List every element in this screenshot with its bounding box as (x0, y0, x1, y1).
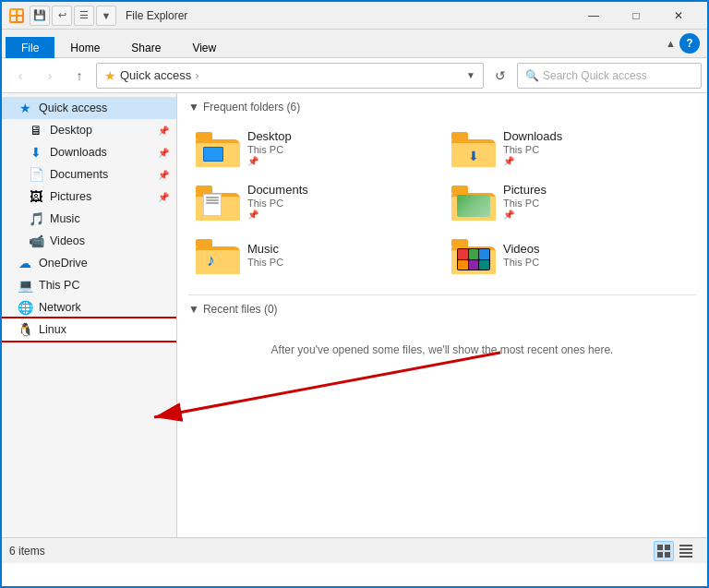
large-icons-view-button[interactable] (654, 541, 674, 561)
folder-name-desktop: Desktop (247, 129, 292, 143)
folder-thumb-pictures (451, 182, 496, 221)
downloads-icon: ⬇ (28, 145, 44, 160)
folder-grid: Desktop This PC 📌 ⬇ Downloads (188, 123, 696, 280)
folder-thumb-desktop (196, 128, 240, 167)
back-button[interactable]: ‹ (7, 63, 33, 89)
sidebar-item-linux[interactable]: 🐧 Linux (2, 318, 176, 341)
linux-icon: 🐧 (17, 322, 33, 337)
frequent-folders-title: Frequent folders (6) (203, 101, 300, 114)
folder-sub-pictures: This PC (503, 198, 547, 209)
quick-access-star-icon: ★ (104, 68, 116, 83)
tab-view[interactable]: View (176, 37, 232, 58)
sidebar: ★ Quick access 🖥 Desktop 📌 ⬇ Downloads 📌… (2, 93, 177, 537)
pin-icon-folder-desktop: 📌 (247, 156, 292, 166)
sidebar-item-videos[interactable]: 📹 Videos (2, 230, 176, 252)
ribbon-collapse-button[interactable]: ▲ (666, 38, 676, 49)
ribbon-tabs: File Home Share View (2, 30, 666, 57)
pin-icon-folder-documents: 📌 (247, 210, 308, 220)
folder-sub-desktop: This PC (247, 144, 292, 155)
pin-icon-folder-pictures: 📌 (503, 210, 547, 220)
section-divider (188, 294, 696, 295)
folder-item-downloads[interactable]: ⬇ Downloads This PC 📌 (444, 123, 696, 173)
recent-files-header[interactable]: ▼ Recent files (0) (188, 303, 696, 316)
folder-thumb-downloads: ⬇ (451, 128, 496, 167)
folder-item-documents[interactable]: Documents This PC 📌 (188, 176, 440, 226)
tab-home[interactable]: Home (54, 37, 115, 58)
search-icon: 🔍 (525, 69, 539, 82)
sidebar-item-desktop[interactable]: 🖥 Desktop 📌 (2, 119, 176, 141)
close-button[interactable]: ✕ (657, 2, 700, 30)
view-toggle (654, 541, 696, 561)
folder-sub-videos: This PC (503, 257, 540, 268)
sidebar-item-documents[interactable]: 📄 Documents 📌 (2, 163, 176, 186)
folder-sub-downloads: This PC (503, 144, 562, 155)
address-chevron-icon[interactable]: ▼ (466, 70, 475, 80)
videos-icon: 📹 (28, 234, 44, 248)
folder-name-pictures: Pictures (503, 183, 547, 197)
folder-info-pictures: Pictures This PC 📌 (503, 183, 547, 220)
svg-rect-7 (665, 552, 670, 558)
recent-files-section: ▼ Recent files (0) After you've opened s… (188, 303, 696, 375)
sidebar-item-pictures[interactable]: 🖼 Pictures 📌 (2, 186, 176, 208)
undo-button[interactable]: ↩ (52, 6, 72, 26)
main-area: ★ Quick access 🖥 Desktop 📌 ⬇ Downloads 📌… (2, 93, 707, 537)
folder-item-music[interactable]: ♪ Music This PC (188, 230, 440, 280)
folder-sub-music: This PC (247, 257, 283, 268)
tab-file[interactable]: File (6, 37, 54, 58)
properties-button[interactable]: ☰ (74, 6, 94, 26)
frequent-folders-header[interactable]: ▼ Frequent folders (6) (188, 101, 696, 114)
svg-rect-4 (657, 545, 663, 550)
folder-name-videos: Videos (503, 242, 540, 256)
window-controls: — □ ✕ (572, 2, 700, 30)
folder-item-videos[interactable]: Videos This PC (444, 230, 696, 280)
folder-info-documents: Documents This PC 📌 (247, 183, 308, 220)
address-box[interactable]: ★ Quick access › ▼ (96, 63, 484, 89)
folder-sub-documents: This PC (247, 198, 308, 209)
recent-chevron-icon: ▼ (188, 303, 199, 316)
up-button[interactable]: ↑ (66, 63, 92, 89)
search-box[interactable]: 🔍 Search Quick access (517, 63, 702, 89)
refresh-button[interactable]: ↺ (487, 63, 513, 89)
folder-item-desktop[interactable]: Desktop This PC 📌 (188, 123, 440, 173)
maximize-button[interactable]: □ (615, 2, 657, 30)
sidebar-label-thispc: This PC (39, 279, 169, 292)
sidebar-item-downloads[interactable]: ⬇ Downloads 📌 (2, 141, 176, 163)
details-view-button[interactable] (676, 541, 696, 561)
address-separator: › (195, 68, 198, 82)
network-icon: 🌐 (17, 300, 33, 315)
svg-rect-10 (679, 552, 692, 554)
sidebar-item-quick-access[interactable]: ★ Quick access (2, 97, 176, 119)
documents-icon: 📄 (28, 167, 44, 182)
folder-thumb-documents (196, 182, 240, 221)
sidebar-label-pictures: Pictures (50, 190, 152, 203)
folder-name-music: Music (247, 242, 283, 256)
sidebar-label-videos: Videos (50, 234, 169, 247)
sidebar-item-thispc[interactable]: 💻 This PC (2, 274, 176, 296)
pin-icon-pictures: 📌 (158, 192, 169, 202)
folder-thumb-music: ♪ (196, 235, 240, 274)
save-button[interactable]: 💾 (30, 6, 50, 26)
forward-button[interactable]: › (37, 63, 63, 89)
content-area: ▼ Frequent folders (6) Desktop This PC (177, 93, 707, 537)
folder-item-pictures[interactable]: Pictures This PC 📌 (444, 176, 696, 226)
desktop-icon: 🖥 (28, 123, 44, 138)
help-button[interactable]: ? (679, 33, 700, 54)
folder-info-downloads: Downloads This PC 📌 (503, 129, 562, 166)
title-bar: 💾 ↩ ☰ ▼ File Explorer — □ ✕ (2, 2, 707, 30)
folder-info-desktop: Desktop This PC 📌 (247, 129, 292, 166)
tab-share[interactable]: Share (115, 37, 176, 58)
recent-files-empty-message: After you've opened some files, we'll sh… (188, 325, 696, 375)
sidebar-item-network[interactable]: 🌐 Network (2, 296, 176, 318)
sidebar-item-music[interactable]: 🎵 Music (2, 208, 176, 230)
window-title: File Explorer (126, 9, 567, 22)
sidebar-label-downloads: Downloads (50, 146, 152, 159)
sidebar-label-quick-access: Quick access (39, 102, 169, 114)
address-text: Quick access (120, 68, 191, 82)
svg-rect-6 (657, 552, 663, 558)
svg-rect-3 (18, 17, 22, 21)
sidebar-item-onedrive[interactable]: ☁ OneDrive (2, 252, 176, 274)
folder-info-videos: Videos This PC (503, 242, 540, 268)
pictures-icon: 🖼 (28, 189, 44, 204)
down-arrow-button[interactable]: ▼ (96, 6, 116, 26)
minimize-button[interactable]: — (572, 2, 615, 30)
